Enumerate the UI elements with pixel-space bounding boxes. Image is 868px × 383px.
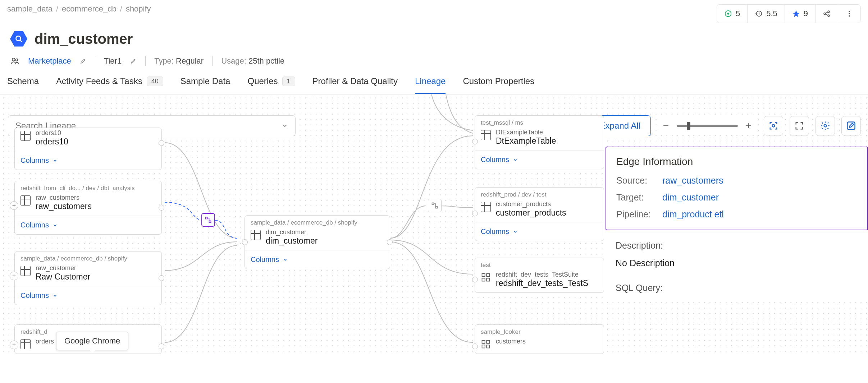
description-value: No Description	[616, 258, 858, 268]
svg-rect-18	[436, 207, 438, 208]
columns-toggle[interactable]: Columns	[15, 151, 161, 170]
pipeline-link[interactable]: dim_product etl	[662, 209, 724, 220]
stat-history[interactable]: 5.5	[748, 5, 785, 23]
tabs: Schema Activity Feeds & Tasks40 Sample D…	[0, 76, 868, 94]
users-icon	[10, 56, 19, 66]
badge: 40	[147, 77, 163, 86]
input-port[interactable]	[242, 239, 248, 245]
svg-point-9	[16, 36, 20, 41]
target-label: Target:	[616, 192, 656, 203]
node-testsuite[interactable]: test redshift_dev_tests_TestSuiteredshif…	[475, 258, 604, 293]
node-dim-customer[interactable]: sample_data / ecommerce_db / shopify dim…	[245, 215, 390, 269]
svg-point-1	[727, 13, 729, 14]
chevron-down-icon	[283, 257, 288, 262]
svg-rect-21	[482, 278, 485, 281]
svg-rect-24	[486, 341, 489, 343]
node-looker[interactable]: sample_looker customers	[475, 324, 604, 354]
pencil-icon[interactable]	[80, 58, 86, 64]
node-raw-customer[interactable]: sample_data / ecommerce_db / shopify raw…	[14, 251, 162, 305]
breadcrumb-item[interactable]: shopify	[126, 4, 151, 14]
grid-icon	[481, 339, 491, 349]
pipeline-icon[interactable]	[428, 199, 442, 212]
svg-point-8	[849, 15, 850, 17]
settings-button[interactable]	[816, 116, 835, 135]
columns-toggle[interactable]: Columns	[15, 216, 161, 234]
history-icon	[755, 10, 763, 18]
tab-lineage[interactable]: Lineage	[415, 76, 446, 94]
tab-activity[interactable]: Activity Feeds & Tasks40	[56, 76, 163, 94]
input-port[interactable]	[472, 211, 478, 216]
output-port[interactable]	[159, 140, 164, 146]
pipeline-icon-selected[interactable]	[201, 213, 215, 227]
meta-row: Marketplace Tier1 Type: Regular Usage: 2…	[0, 51, 868, 76]
chevron-down-icon[interactable]	[282, 123, 288, 129]
tab-queries[interactable]: Queries1	[247, 76, 295, 94]
edit-button[interactable]	[841, 116, 861, 135]
node-customer-products[interactable]: redshift_prod / dev / test customer_prod…	[475, 187, 604, 241]
source-link[interactable]: raw_customers	[662, 175, 723, 186]
table-icon	[481, 130, 491, 140]
badge: 1	[282, 77, 295, 86]
chevron-down-icon	[52, 293, 58, 298]
pencil-icon[interactable]	[130, 58, 137, 64]
svg-rect-22	[486, 278, 489, 281]
expand-upstream-button[interactable]: +	[10, 201, 18, 210]
grid-icon	[481, 272, 491, 282]
stat-open[interactable]: 5	[717, 5, 748, 23]
target-link[interactable]: dim_customer	[662, 192, 719, 203]
breadcrumb-item[interactable]: ecommerce_db	[62, 4, 117, 14]
table-icon	[20, 339, 31, 349]
tab-sample[interactable]: Sample Data	[181, 76, 230, 94]
usage-label: Usage:	[221, 56, 248, 65]
table-icon	[481, 202, 491, 212]
output-port[interactable]	[159, 205, 164, 211]
columns-toggle[interactable]: Columns	[475, 222, 604, 241]
domain-link[interactable]: Marketplace	[28, 56, 71, 66]
fullscreen-button[interactable]	[790, 116, 809, 135]
breadcrumb[interactable]: sample_data / ecommerce_db / shopify	[7, 4, 151, 14]
columns-toggle[interactable]: Columns	[245, 250, 390, 269]
stat-share[interactable]	[816, 5, 838, 23]
svg-point-6	[849, 11, 850, 12]
separator	[145, 56, 146, 66]
breadcrumb-sep: /	[56, 4, 58, 14]
share-icon	[823, 10, 831, 18]
columns-toggle[interactable]: Columns	[475, 150, 604, 169]
input-port[interactable]	[472, 277, 478, 282]
tab-custom[interactable]: Custom Properties	[463, 76, 534, 94]
output-port[interactable]	[387, 239, 393, 245]
svg-rect-23	[482, 341, 485, 343]
stat-more[interactable]	[838, 5, 860, 23]
kebab-icon	[845, 10, 853, 18]
lineage-canvas[interactable]: Expand All − + orders10orders10 Columns …	[0, 94, 868, 354]
star-icon	[792, 10, 800, 18]
breadcrumb-item[interactable]: sample_data	[7, 4, 52, 14]
input-port[interactable]	[472, 343, 478, 349]
tab-schema[interactable]: Schema	[7, 76, 39, 94]
input-port[interactable]	[472, 139, 478, 144]
zoom-out-button[interactable]: −	[659, 119, 673, 133]
svg-rect-25	[482, 345, 485, 348]
zoom-in-button[interactable]: +	[741, 119, 756, 133]
chevron-down-icon	[513, 229, 518, 234]
header-stats: 5 5.5 9	[717, 4, 861, 23]
expand-upstream-button[interactable]: +	[10, 341, 18, 349]
svg-point-12	[772, 125, 775, 127]
breadcrumb-sep: /	[120, 4, 122, 14]
fit-view-button[interactable]	[764, 116, 783, 135]
node-raw-customers[interactable]: redshift_from_cli_do... / dev / dbt_anal…	[14, 181, 162, 235]
separator	[212, 56, 213, 66]
panel-title: Edge Information	[616, 156, 857, 167]
node-dt-example[interactable]: test_mssql / ms DtExampleTableDtExampleT…	[475, 115, 604, 169]
expand-upstream-button[interactable]: +	[10, 272, 18, 280]
stat-star[interactable]: 9	[785, 5, 816, 23]
tab-profiler[interactable]: Profiler & Data Quality	[312, 76, 398, 94]
edge-info-panel: Edge Information ✕ Source:raw_customers …	[606, 147, 868, 300]
output-port[interactable]	[159, 275, 164, 281]
columns-toggle[interactable]: Columns	[15, 286, 161, 305]
node-orders10[interactable]: orders10orders10 Columns	[14, 128, 162, 170]
output-port[interactable]	[159, 343, 164, 349]
separator	[95, 56, 95, 66]
svg-point-10	[12, 58, 15, 61]
zoom-slider[interactable]	[677, 125, 738, 127]
